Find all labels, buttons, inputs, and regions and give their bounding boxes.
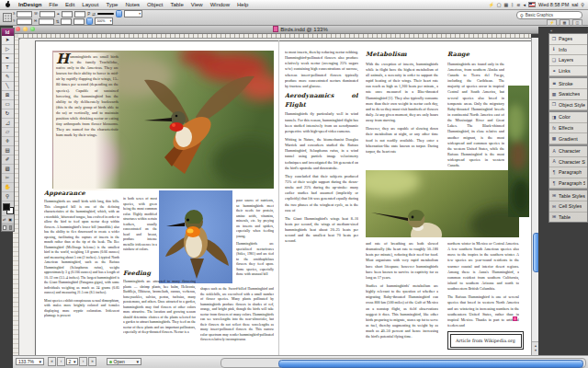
hummingbird-green-photo[interactable] xyxy=(366,170,519,237)
preview-view-mode-button[interactable] xyxy=(9,225,13,230)
battery-icon[interactable]: ⚡ xyxy=(489,2,494,7)
panel-tab[interactable]: ❏ Layers xyxy=(549,55,587,66)
note-anchor[interactable] xyxy=(513,316,517,321)
menu-item[interactable]: Notes xyxy=(121,2,143,7)
left-col3-narrow-text-frame[interactable]: poor source of nutrients, so hummingbird… xyxy=(236,199,274,287)
page-number-dropdown[interactable]: 2▾ xyxy=(66,358,78,365)
input-language-flag-icon[interactable] xyxy=(528,2,536,7)
workspace-switcher[interactable]: ⚲ Basic Graphics xyxy=(516,11,582,19)
panel-tab[interactable]: A Character xyxy=(549,144,587,157)
y-position-field[interactable] xyxy=(17,18,32,25)
rotate-tool[interactable]: ↻ xyxy=(2,109,14,119)
fill-swatch[interactable] xyxy=(3,203,10,211)
menu-item[interactable]: File xyxy=(45,2,62,7)
apple-menu-icon[interactable] xyxy=(6,3,10,7)
scale-x-field[interactable] xyxy=(62,11,73,17)
right-col3-top-text-frame[interactable]: Range Hummingbirds are found only in the… xyxy=(447,50,504,168)
menu-item[interactable]: Layout xyxy=(78,2,102,7)
scale-tool[interactable]: ◿ xyxy=(2,119,14,128)
opacity-dropdown[interactable]: 100%▾ xyxy=(95,17,113,25)
right-col3-bottom-text-frame[interactable]: northern winter in Mexico or Central Ame… xyxy=(447,241,519,329)
panel-tab[interactable]: ¶ Paragraph xyxy=(549,167,587,178)
free-transform-tool[interactable]: ✛ xyxy=(2,137,14,146)
zoom-level-dropdown[interactable]: 133.7%▾ xyxy=(16,358,44,365)
wifi-icon[interactable]: ≋ xyxy=(516,2,520,7)
panel-tab[interactable]: ⚭ Links xyxy=(549,66,587,77)
right-col2-top-text-frame[interactable]: Metabolism With the exception of insects… xyxy=(366,50,438,168)
left-col2-narrow-text-frame[interactable]: in both sexes of most species, with gree… xyxy=(123,197,157,269)
zoom-tool[interactable]: ⚲ xyxy=(2,192,14,201)
panel-tab[interactable]: fx Effects xyxy=(549,123,587,134)
x-position-field[interactable] xyxy=(17,11,32,17)
spotlight-icon[interactable]: ⚲ xyxy=(581,2,584,7)
panel-tab[interactable]: ◨ Color xyxy=(549,110,587,123)
notes-tool[interactable]: ▤ xyxy=(2,146,14,155)
horizontal-scroll-thumb[interactable] xyxy=(278,360,583,368)
menu-item[interactable]: Edit xyxy=(62,2,78,7)
type-tool[interactable]: T xyxy=(2,63,14,73)
direct-selection-tool[interactable]: ▷ xyxy=(2,45,14,54)
selection-tool[interactable]: ➤ xyxy=(2,36,14,45)
first-page-button[interactable]: « xyxy=(48,357,56,366)
next-page-button[interactable]: › xyxy=(79,357,87,366)
hand-tool[interactable]: ✋ xyxy=(2,183,14,192)
intro-text-frame[interactable]: Hummingbirds are small birds in the fami… xyxy=(53,52,120,190)
menu-item[interactable]: Help xyxy=(233,2,252,7)
bluetooth-icon[interactable]: ᛒ xyxy=(511,2,514,7)
panel-tab[interactable]: ≣ Stroke xyxy=(549,76,587,89)
panel-tab[interactable]: ▩ Gradient xyxy=(549,133,587,144)
panel-tab[interactable]: ℹ Info xyxy=(549,45,587,56)
panel-tab[interactable]: ▦ Swatches xyxy=(549,89,587,100)
eyedropper-tool[interactable]: ✐ xyxy=(2,155,14,165)
last-page-button[interactable]: » xyxy=(88,357,96,366)
line-tool[interactable]: ╲ xyxy=(2,82,14,91)
updown-stepper-icon[interactable]: ⇅ xyxy=(56,19,60,24)
control-mini-icon[interactable]: ⚡ xyxy=(547,19,557,26)
right-col2-bottom-text-frame[interactable]: and rate of breathing are both slowed dr… xyxy=(366,241,438,355)
right-col1-text-frame[interactable]: to most insects, thereby reducing nectar… xyxy=(285,50,358,337)
panel-tab[interactable]: ❒ Object Styles xyxy=(549,100,587,111)
shear-field[interactable] xyxy=(74,18,85,25)
reference-point-proxy[interactable] xyxy=(3,13,12,22)
default-fill-stroke-icon[interactable]: ▣ xyxy=(7,216,14,223)
display-icon[interactable]: ▢ xyxy=(497,2,502,7)
pen-tool[interactable]: ✒ xyxy=(2,54,14,63)
shear-tool[interactable]: ▱ xyxy=(2,128,14,137)
scissors-tool[interactable]: ✂ xyxy=(2,174,14,183)
flip-horizontal-icon[interactable]: ⇄ xyxy=(92,12,96,17)
width-field[interactable] xyxy=(40,11,55,17)
control-mini-icon[interactable]: ▦ xyxy=(560,19,570,26)
menu-item[interactable]: InDesign xyxy=(15,2,45,7)
left-col2-text-frame[interactable]: Feeding Hummingbirds are attracted to ma… xyxy=(123,269,196,355)
constrain-link-icon[interactable]: ⚭ xyxy=(57,12,61,17)
version-cue-status[interactable]: Open▾ xyxy=(107,358,141,365)
normal-view-mode-button[interactable] xyxy=(3,225,6,230)
fast-user-switch-label[interactable]: sal xyxy=(571,2,578,7)
panel-tab[interactable]: ⊟ Cell Styles xyxy=(549,201,587,213)
rectangle-tool[interactable]: ▭ xyxy=(2,100,14,109)
stroke-weight-stepper[interactable] xyxy=(116,10,122,17)
stroke-type-dropdown[interactable]: ▾ xyxy=(124,10,142,17)
menu-item[interactable]: Type xyxy=(102,2,121,7)
fill-stroke-control[interactable] xyxy=(2,201,14,216)
height-field[interactable] xyxy=(39,18,54,25)
rotation-field[interactable] xyxy=(74,11,85,17)
horizontal-scrollbar[interactable] xyxy=(220,358,586,368)
panel-tab[interactable]: ⊞ Table xyxy=(549,213,587,223)
frame-tool[interactable]: ⊠ xyxy=(2,91,14,100)
scale-y-field[interactable] xyxy=(61,18,72,25)
spaces-icon[interactable]: ▦ xyxy=(504,2,509,7)
document-window-titlebar[interactable]: Birds.indd @ 133% xyxy=(13,25,588,34)
panel-tab[interactable]: ¶ Paragraph Styles xyxy=(549,178,587,190)
attribution-box[interactable]: Article from Wikipedia.org xyxy=(447,331,524,350)
pencil-tool[interactable]: ✎ xyxy=(2,73,14,82)
hummingbird-strip-photo[interactable] xyxy=(508,86,529,217)
control-mini-icon[interactable]: ◫ xyxy=(572,19,582,26)
gradient-tool[interactable]: ▨ xyxy=(2,165,14,174)
effects-stepper[interactable] xyxy=(86,17,93,25)
menu-item[interactable]: Window xyxy=(207,2,233,7)
panel-tab[interactable]: ⊞ Table Styles xyxy=(549,189,587,201)
left-col1-text-frame[interactable]: Appearance Hummingbirds are small birds … xyxy=(44,189,119,355)
menu-item[interactable]: View xyxy=(187,2,207,7)
left-col3-text-frame[interactable]: shapes such as the Sword-billed Hummingb… xyxy=(200,287,274,355)
